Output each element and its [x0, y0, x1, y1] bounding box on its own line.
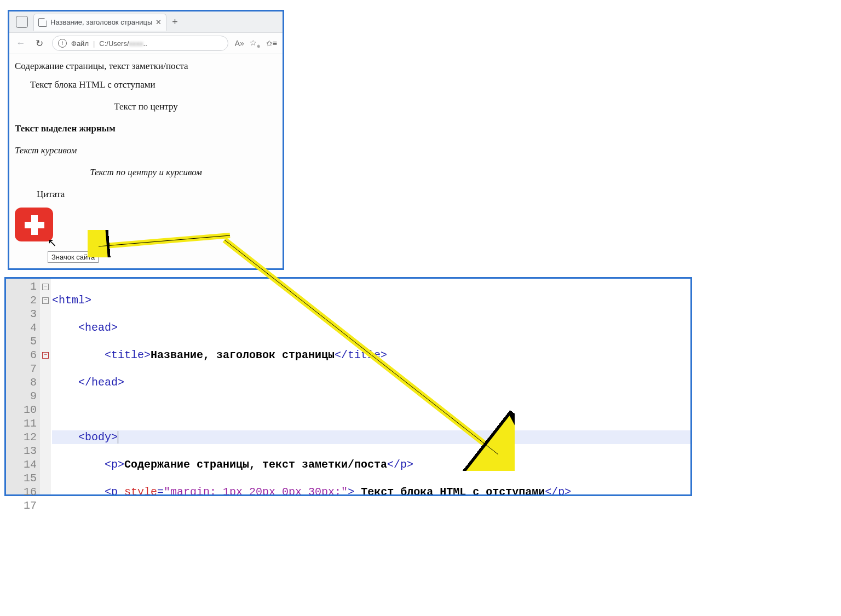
back-button[interactable]: ←	[15, 38, 27, 49]
address-prefix: Файл	[71, 39, 89, 48]
page-p1: Содержание страницы, текст заметки/поста	[15, 61, 277, 72]
page-icon	[38, 18, 47, 27]
toolbar-extras: A» ☆⊕ ✩≡	[235, 38, 277, 49]
browser-navbar: ← ↻ i Файл | C:/Users/xxxx.. A» ☆⊕ ✩≡	[9, 33, 283, 54]
tab-title: Название, заголовок страницы	[50, 18, 152, 26]
page-p7: Цитата	[37, 189, 277, 200]
collections-icon[interactable]: ✩≡	[266, 39, 277, 48]
mouse-cursor-icon: ↖	[48, 236, 57, 249]
page-p6: Текст по центру и курсивом	[15, 167, 277, 178]
browser-preview: Название, заголовок страницы ✕ + ← ↻ i Ф…	[8, 10, 284, 270]
close-tab-icon[interactable]: ✕	[155, 18, 162, 26]
address-path: C:/Users/xxxx..	[99, 39, 147, 48]
page-p3: Текст по центру	[15, 101, 277, 112]
code-editor: 12345678 91011121314151617 − − − <html> …	[4, 277, 692, 496]
fold-icon[interactable]: −	[42, 284, 49, 290]
read-aloud-icon[interactable]: A»	[235, 39, 244, 48]
page-p2: Текст блока HTML с отступами	[30, 79, 277, 90]
new-tab-button[interactable]: +	[172, 16, 178, 28]
active-line: <body>	[52, 430, 690, 444]
browser-tabbar: Название, заголовок страницы ✕ +	[9, 11, 283, 33]
fold-icon[interactable]: −	[42, 297, 49, 304]
reload-button[interactable]: ↻	[33, 38, 45, 49]
page-p4: Текст выделен жирным	[15, 123, 277, 134]
page-p5: Текст курсивом	[15, 145, 277, 156]
site-info-icon[interactable]: i	[58, 39, 67, 48]
address-bar[interactable]: i Файл | C:/Users/xxxx..	[52, 36, 228, 51]
line-gutter: 12345678 91011121314151617	[6, 279, 40, 494]
favorites-icon[interactable]: ☆⊕	[250, 38, 261, 49]
browser-tab[interactable]: Название, заголовок страницы ✕	[33, 14, 166, 31]
code-area[interactable]: <html> <head> <title>Название, заголовок…	[51, 279, 690, 494]
tab-overview-icon[interactable]	[16, 16, 28, 28]
image-tooltip: Значок сайта	[48, 251, 99, 263]
fold-column: − − −	[40, 279, 51, 494]
page-content: Содержание страницы, текст заметки/поста…	[9, 54, 283, 248]
fold-icon[interactable]: −	[42, 352, 49, 359]
